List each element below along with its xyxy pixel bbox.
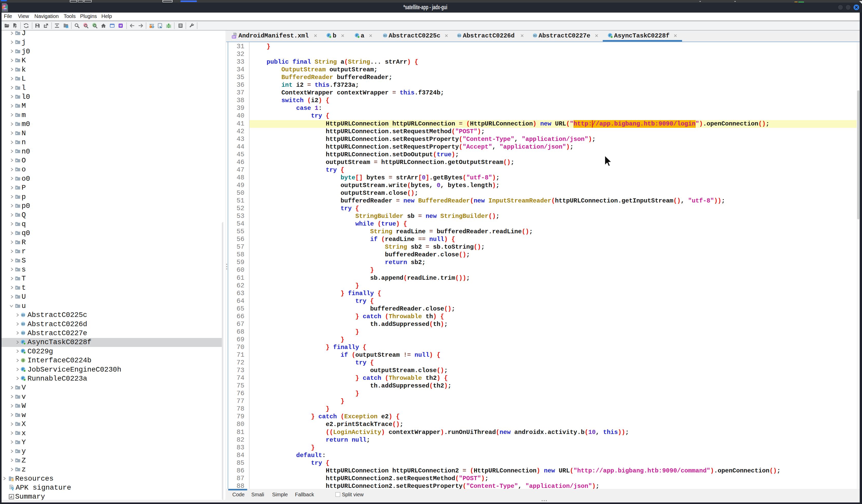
svg-text:(c): (c) xyxy=(22,322,25,326)
svg-text:DX: DX xyxy=(4,8,6,10)
svg-text:I: I xyxy=(22,359,24,362)
svg-text:JA: JA xyxy=(3,5,5,7)
svg-text:(c): (c) xyxy=(383,34,387,37)
svg-text:MF: MF xyxy=(232,36,236,38)
svg-text:(c): (c) xyxy=(533,34,536,37)
svg-text:(c): (c) xyxy=(22,314,25,316)
svg-text:(c): (c) xyxy=(22,332,25,334)
svg-text:(c): (c) xyxy=(458,34,461,37)
svg-text:M: M xyxy=(119,24,122,27)
